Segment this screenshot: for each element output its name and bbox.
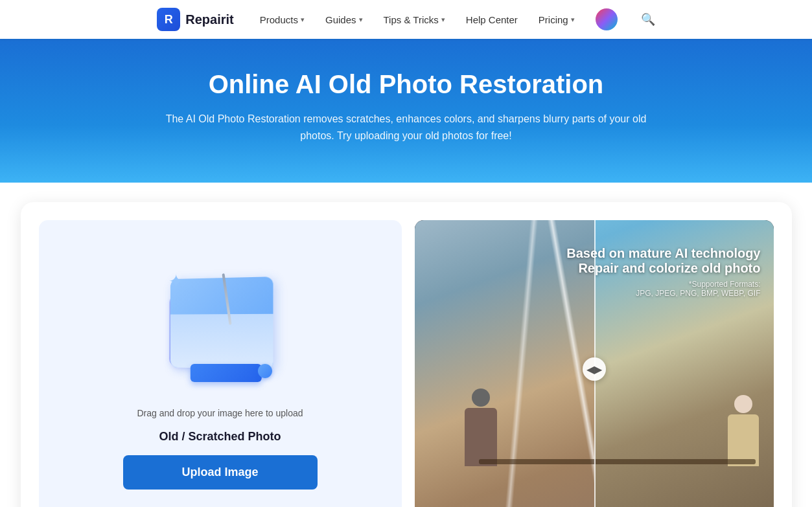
logo-text: Repairit xyxy=(185,12,233,27)
nav-guides[interactable]: Guides ▾ xyxy=(325,14,363,25)
illus-frame-inner xyxy=(170,314,273,370)
preview-main-line2: Repair and colorize old photo xyxy=(566,261,760,276)
chevron-down-icon: ▾ xyxy=(441,16,445,24)
illus-star: ✦ xyxy=(168,271,183,292)
preview-formats-label: *Supported Formats: JPG, JPEG, PNG, BMP,… xyxy=(566,280,760,298)
illus-dot xyxy=(258,364,272,378)
hero-title: Online AI Old Photo Restoration xyxy=(16,70,796,99)
chevron-down-icon: ▾ xyxy=(571,16,575,24)
upload-button[interactable]: Upload Image xyxy=(123,455,318,490)
logo-icon: R xyxy=(157,8,180,31)
tool-area: ✦ Drag and drop your image here to uploa… xyxy=(39,220,774,507)
figure-right xyxy=(728,395,759,466)
drag-drop-text: Drag and drop your image here to upload xyxy=(137,408,303,418)
illus-base xyxy=(190,364,261,382)
bench xyxy=(479,459,756,464)
hero-subtitle: The AI Old Photo Restoration removes scr… xyxy=(154,111,659,144)
compare-handle[interactable]: ◀▶ xyxy=(583,357,606,381)
photo-type-label: Old / Scratched Photo xyxy=(159,430,281,444)
nav-pricing[interactable]: Pricing ▾ xyxy=(539,14,575,25)
upload-illustration: ✦ xyxy=(149,254,292,396)
chevron-down-icon: ▾ xyxy=(301,16,305,24)
upload-panel: ✦ Drag and drop your image here to uploa… xyxy=(39,220,402,507)
nav-help-center[interactable]: Help Center xyxy=(466,14,518,25)
preview-main-line1: Based on mature AI technology xyxy=(566,246,760,261)
nav-tips-tricks[interactable]: Tips & Tricks ▾ xyxy=(384,14,445,25)
avatar[interactable] xyxy=(596,8,618,30)
navbar: R Repairit Products ▾ Guides ▾ Tips & Tr… xyxy=(0,0,812,39)
nav-products[interactable]: Products ▾ xyxy=(260,14,305,25)
main-card: ✦ Drag and drop your image here to uploa… xyxy=(21,202,792,507)
hero-section: Online AI Old Photo Restoration The AI O… xyxy=(0,39,812,183)
search-icon[interactable]: 🔍 xyxy=(641,12,655,27)
chevron-down-icon: ▾ xyxy=(359,16,363,24)
illus-main-frame xyxy=(170,276,273,370)
preview-text-overlay: Based on mature AI technology Repair and… xyxy=(566,246,760,298)
logo[interactable]: R Repairit xyxy=(157,8,233,31)
figure-left xyxy=(465,389,497,466)
preview-panel: ◀▶ Based on mature AI technology Repair … xyxy=(415,220,774,507)
